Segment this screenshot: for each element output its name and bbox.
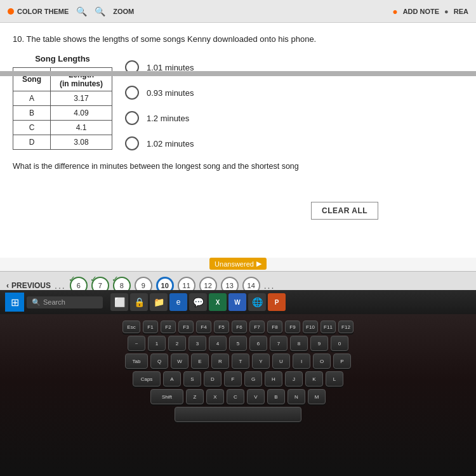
key-f4[interactable]: F4 (196, 321, 211, 333)
key-esc[interactable]: Esc (122, 321, 140, 333)
key-f12[interactable]: F12 (338, 321, 354, 333)
taskbar-icon-word[interactable]: W (228, 293, 246, 311)
zoom-search-icon[interactable]: 🔍 (76, 6, 87, 17)
nav-label-13: 13 (226, 282, 234, 289)
key-y[interactable]: Y (252, 354, 270, 369)
keyboard-row-num: ~ 1 2 3 4 5 6 7 8 9 0 (128, 336, 348, 351)
key-x[interactable]: X (206, 389, 224, 404)
key-u[interactable]: U (272, 354, 290, 369)
key-d[interactable]: D (204, 371, 221, 387)
key-v[interactable]: V (247, 389, 265, 404)
answer-text-d: 1.02 minutes (147, 139, 194, 149)
key-h[interactable]: H (265, 371, 282, 387)
key-m[interactable]: M (308, 389, 326, 404)
key-q[interactable]: Q (150, 354, 168, 369)
key-f2[interactable]: F2 (161, 321, 176, 333)
review-label[interactable]: REA (454, 8, 468, 15)
sub-question-text: What is the difference in minutes betwee… (13, 162, 299, 171)
taskbar: ⊞ 🔍 Search ⬜ 🔒 📁 e 💬 X W 🌐 P (0, 290, 476, 314)
table-row: A 3.17 (13, 91, 112, 106)
nav-label-9: 9 (142, 282, 145, 289)
table-title: Song Lengths (13, 54, 112, 63)
table-row: B 4.09 (13, 106, 112, 121)
taskbar-icon-excel[interactable]: X (209, 293, 227, 311)
key-f5[interactable]: F5 (214, 321, 229, 333)
taskbar-icon-powerpoint[interactable]: P (268, 293, 286, 311)
key-k[interactable]: K (305, 371, 323, 387)
key-r[interactable]: R (211, 354, 229, 369)
top-bar: COLOR THEME 🔍 🔍 ZOOM ● ADD NOTE ● REA (0, 0, 476, 23)
color-theme-button[interactable]: COLOR THEME (8, 8, 69, 15)
radio-c[interactable] (125, 111, 139, 125)
taskbar-search[interactable]: 🔍 Search (27, 296, 103, 308)
key-s[interactable]: S (183, 371, 201, 387)
key-f7[interactable]: F7 (249, 321, 265, 333)
taskbar-icon-explorer[interactable]: ⬜ (110, 293, 128, 311)
key-c[interactable]: C (227, 389, 244, 404)
length-c: 4.1 (51, 121, 112, 135)
scroll-bar[interactable] (0, 71, 476, 76)
length-a: 3.17 (51, 91, 112, 106)
key-w[interactable]: W (171, 354, 188, 369)
song-c: C (13, 121, 51, 135)
key-4[interactable]: 4 (209, 336, 227, 351)
taskbar-icon-edge[interactable]: e (169, 293, 187, 311)
unanswered-badge[interactable]: Unanswered ▶ (209, 258, 267, 270)
windows-icon: ⊞ (11, 296, 19, 308)
key-space[interactable] (175, 407, 301, 422)
key-z[interactable]: Z (186, 389, 204, 404)
key-6[interactable]: 6 (249, 336, 267, 351)
key-3[interactable]: 3 (188, 336, 206, 351)
unanswered-label: Unanswered (215, 260, 254, 268)
previous-button[interactable]: ‹ PREVIOUS (6, 281, 51, 290)
key-j[interactable]: J (285, 371, 303, 387)
key-f[interactable]: F (224, 371, 242, 387)
key-g[interactable]: G (244, 371, 262, 387)
key-5[interactable]: 5 (229, 336, 247, 351)
key-n[interactable]: N (288, 389, 305, 404)
key-7[interactable]: 7 (270, 336, 288, 351)
key-f11[interactable]: F11 (321, 321, 336, 333)
keyboard-row-q: Tab Q W E R T Y U I O P (125, 354, 351, 369)
key-l[interactable]: L (326, 371, 343, 387)
radio-b[interactable] (125, 86, 139, 100)
windows-button[interactable]: ⊞ (5, 293, 24, 312)
answer-option-b[interactable]: 0.93 minutes (125, 86, 463, 100)
radio-d[interactable] (125, 136, 139, 150)
key-p[interactable]: P (333, 354, 351, 369)
key-f10[interactable]: F10 (303, 321, 318, 333)
key-tab[interactable]: Tab (125, 354, 148, 369)
sub-question: What is the difference in minutes betwee… (13, 162, 463, 171)
key-f1[interactable]: F1 (143, 321, 158, 333)
key-8[interactable]: 8 (290, 336, 308, 351)
clear-all-button[interactable]: CLEAR ALL (311, 202, 378, 220)
key-f8[interactable]: F8 (267, 321, 282, 333)
answer-option-c[interactable]: 1.2 minutes (125, 111, 463, 125)
key-f3[interactable]: F3 (178, 321, 194, 333)
key-tilde[interactable]: ~ (128, 336, 145, 351)
taskbar-icon-chat[interactable]: 💬 (189, 293, 207, 311)
zoom-icon[interactable]: 🔍 (95, 6, 105, 17)
taskbar-icon-lock[interactable]: 🔒 (130, 293, 148, 311)
key-shift-left[interactable]: Shift (150, 389, 183, 404)
key-t[interactable]: T (232, 354, 249, 369)
taskbar-icon-chrome[interactable]: 🌐 (248, 293, 266, 311)
key-caps[interactable]: Caps (133, 371, 161, 387)
key-b[interactable]: B (267, 389, 285, 404)
key-a[interactable]: A (163, 371, 181, 387)
search-label: Search (43, 298, 65, 306)
key-i[interactable]: I (293, 354, 310, 369)
key-f9[interactable]: F9 (285, 321, 300, 333)
taskbar-icon-folder[interactable]: 📁 (150, 293, 168, 311)
key-o[interactable]: O (313, 354, 331, 369)
top-divider: ● (444, 8, 449, 15)
key-e[interactable]: E (191, 354, 209, 369)
add-note-label[interactable]: ADD NOTE (403, 8, 439, 15)
answer-option-d[interactable]: 1.02 minutes (125, 136, 463, 150)
key-2[interactable]: 2 (168, 336, 186, 351)
key-f6[interactable]: F6 (232, 321, 247, 333)
key-0[interactable]: 0 (331, 336, 348, 351)
key-9[interactable]: 9 (310, 336, 328, 351)
nav-label-14: 14 (248, 282, 255, 289)
key-1[interactable]: 1 (148, 336, 166, 351)
